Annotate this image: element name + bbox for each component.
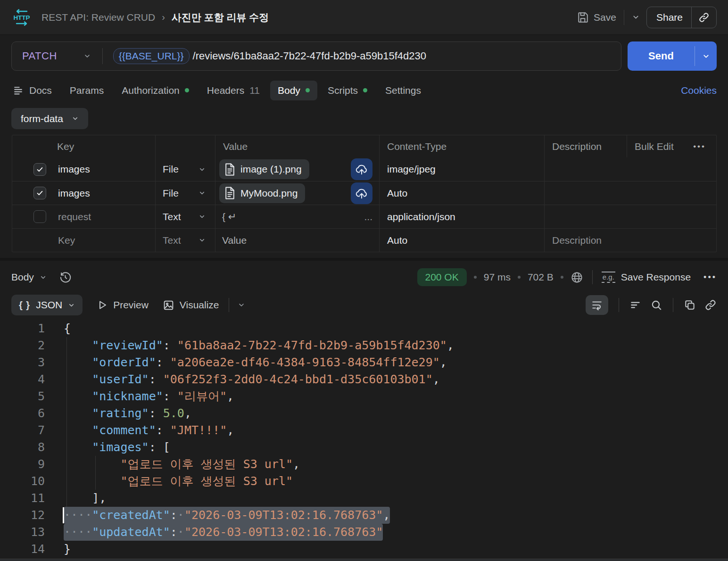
row-checkbox[interactable] xyxy=(33,210,46,223)
upload-file-button[interactable] xyxy=(351,182,372,204)
content-type-field[interactable]: Auto xyxy=(380,182,545,205)
row-checkbox[interactable] xyxy=(33,187,46,199)
method-selector[interactable]: PATCH xyxy=(12,50,57,62)
type-selector[interactable]: Text xyxy=(156,205,215,228)
code-line[interactable]: 11 ], xyxy=(0,490,728,507)
description-field[interactable] xyxy=(545,157,716,181)
upload-file-button[interactable] xyxy=(351,158,372,180)
wrap-text-button[interactable] xyxy=(586,295,608,315)
type-selector[interactable]: File xyxy=(156,182,215,205)
copy-link-icon[interactable] xyxy=(692,12,716,23)
response-body-selector[interactable]: Body xyxy=(11,272,47,283)
code-line[interactable]: 10 "업로드 이후 생성된 S3 url" xyxy=(0,473,728,490)
response-code-editor[interactable]: 1{2 "reviewId": "61ba8aa2-7b22-47fd-b2b9… xyxy=(0,320,728,561)
content-type-field[interactable]: Auto xyxy=(380,229,545,252)
response-format-selector[interactable]: { } JSON xyxy=(11,295,83,315)
type-selector[interactable]: File xyxy=(156,157,215,181)
tab-authorization[interactable]: Authorization xyxy=(121,81,190,100)
code-line[interactable]: 1{ xyxy=(0,320,728,337)
value-field[interactable]: Value xyxy=(219,235,247,246)
code-line[interactable]: 14} xyxy=(0,541,728,558)
content-type-field[interactable]: application/json xyxy=(380,205,545,228)
key-cell: request xyxy=(12,205,156,228)
link-icon[interactable] xyxy=(704,299,717,311)
filter-lines-icon[interactable] xyxy=(629,299,642,311)
body-type-selector[interactable]: form-data xyxy=(11,108,88,129)
form-data-row: KeyTextValueAutoDescription xyxy=(12,228,716,252)
copy-icon[interactable] xyxy=(684,299,696,311)
pane-splitter[interactable] xyxy=(0,258,728,261)
code-line[interactable]: 9 "업로드 이후 생성된 S3 url", xyxy=(0,456,728,473)
response-meta-bar: Body 200 OK 97 ms 702 B e.g. Save Respon… xyxy=(11,265,717,289)
type-label: Text xyxy=(163,211,181,223)
type-chevron-icon xyxy=(199,190,206,197)
key-field[interactable]: images xyxy=(58,188,90,199)
body-type-chevron-icon xyxy=(72,115,79,122)
tab-scripts[interactable]: Scripts xyxy=(327,81,368,100)
save-response-button[interactable]: e.g. Save Response xyxy=(602,272,691,283)
form-data-row: imagesFileMyMood.pngAuto xyxy=(12,181,716,205)
key-field[interactable]: Key xyxy=(58,235,75,246)
editor-scrollbar-track[interactable] xyxy=(0,559,728,561)
code-line[interactable]: 12····"createdAt":·"2026-03-09T13:02:16.… xyxy=(0,507,728,524)
description-field[interactable]: Description xyxy=(545,229,716,252)
save-button[interactable]: Save xyxy=(577,11,616,24)
visualize-options-chevron[interactable] xyxy=(238,301,245,309)
column-header-bulk-edit[interactable]: Bulk Edit ••• xyxy=(627,135,716,157)
value-field[interactable]: { ↵ xyxy=(219,211,236,223)
method-chevron-icon[interactable] xyxy=(83,52,91,60)
share-button[interactable]: Share xyxy=(646,7,717,28)
tab-label: Authorization xyxy=(122,85,180,96)
response-size[interactable]: 702 B xyxy=(528,272,554,283)
row-checkbox[interactable] xyxy=(33,163,46,176)
description-field[interactable] xyxy=(545,182,716,205)
code-line[interactable]: 6 "rating": 5.0, xyxy=(0,405,728,422)
send-button[interactable]: Send xyxy=(628,41,717,71)
preview-button[interactable]: Preview xyxy=(97,299,149,311)
base-url-variable[interactable]: {{BASE_URL}} xyxy=(113,48,190,64)
cookies-link[interactable]: Cookies xyxy=(681,85,717,96)
visualize-button[interactable]: Visualize xyxy=(163,299,219,311)
visualize-label: Visualize xyxy=(180,299,219,311)
content-type-field[interactable]: image/jpeg xyxy=(380,157,545,181)
code-line[interactable]: 5 "nickname": "리뷰어", xyxy=(0,388,728,405)
url-path-input[interactable]: /reviews/61ba8aa2-7b22-47fd-b2b9-a59b15f… xyxy=(193,50,426,62)
type-selector[interactable]: Text xyxy=(156,229,215,252)
network-globe-icon[interactable] xyxy=(571,271,583,284)
tab-docs[interactable]: Docs xyxy=(11,80,53,100)
code-line[interactable]: 13····"updatedAt":·"2026-03-09T13:02:16.… xyxy=(0,524,728,541)
form-data-row: requestText{ ↵...application/json xyxy=(12,205,716,228)
tab-headers[interactable]: Headers11 xyxy=(206,81,261,100)
expand-value-ellipsis[interactable]: ... xyxy=(364,211,372,223)
file-icon xyxy=(224,163,235,176)
code-line[interactable]: 7 "comment": "JMT!!!", xyxy=(0,422,728,439)
file-chip[interactable]: image (1).png xyxy=(219,159,309,179)
tab-body[interactable]: Body xyxy=(270,81,317,100)
response-body-label: Body xyxy=(11,272,34,283)
search-icon[interactable] xyxy=(650,299,662,311)
tab-params[interactable]: Params xyxy=(69,81,105,100)
table-more-icon[interactable]: ••• xyxy=(693,142,716,151)
breadcrumb-collection[interactable]: REST API: Review CRUD xyxy=(41,12,155,23)
response-time[interactable]: 97 ms xyxy=(484,272,511,283)
key-field[interactable]: request xyxy=(58,211,91,223)
description-field[interactable] xyxy=(545,205,716,228)
file-chip[interactable]: MyMood.png xyxy=(219,183,305,203)
tab-settings[interactable]: Settings xyxy=(384,81,422,100)
cloud-upload-icon xyxy=(355,163,369,175)
status-badge[interactable]: 200 OK xyxy=(417,268,467,286)
breadcrumb-request-name[interactable]: 사진만 포함 리뷰 수정 xyxy=(172,11,269,24)
response-more-icon[interactable]: ••• xyxy=(703,272,717,282)
code-line[interactable]: 3 "orderId": "a206ea2e-df46-4384-9163-84… xyxy=(0,354,728,371)
code-line[interactable]: 8 "images": [ xyxy=(0,439,728,456)
modified-dot-indicator xyxy=(306,88,310,92)
key-field[interactable]: images xyxy=(58,164,90,175)
response-history-icon[interactable] xyxy=(59,271,72,284)
send-options-chevron[interactable] xyxy=(695,41,717,71)
breadcrumb-separator: › xyxy=(162,12,165,23)
save-options-chevron[interactable] xyxy=(632,13,640,21)
code-line[interactable]: 4 "userId": "06f252f3-2dd0-4c24-bbd1-d35… xyxy=(0,371,728,388)
code-line[interactable]: 2 "reviewId": "61ba8aa2-7b22-47fd-b2b9-a… xyxy=(0,337,728,354)
form-data-row: imagesFileimage (1).pngimage/jpeg xyxy=(12,157,716,181)
value-cell: { ↵... xyxy=(215,205,380,228)
